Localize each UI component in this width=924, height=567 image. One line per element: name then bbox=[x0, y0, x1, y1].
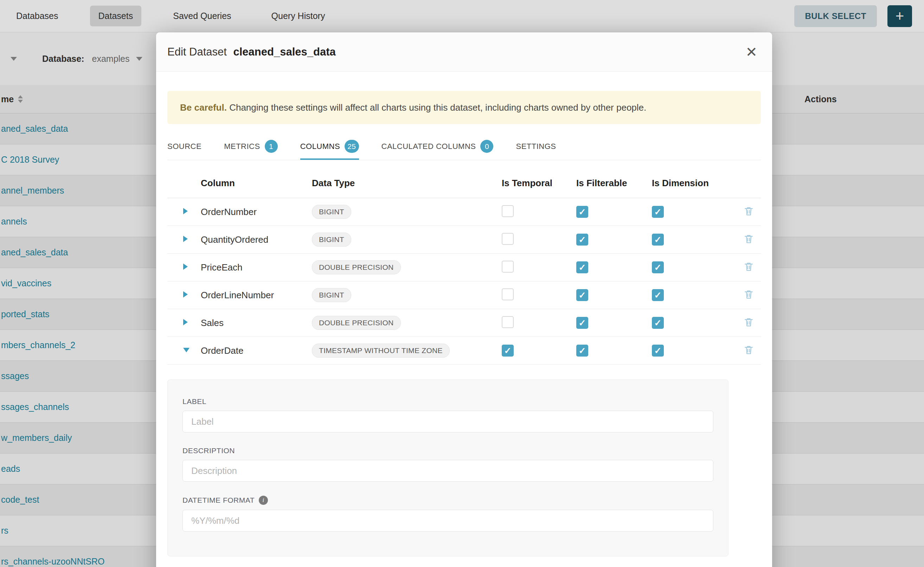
modal-body: Be careful. Changing these settings will… bbox=[156, 72, 772, 556]
columns-table: ColumnData TypeIs TemporalIs FilterableI… bbox=[167, 174, 761, 364]
tab-columns[interactable]: COLUMNS 25 bbox=[300, 132, 359, 160]
column-header-column: Column bbox=[201, 174, 312, 198]
description-field: DESCRIPTION bbox=[182, 447, 713, 482]
delete-column-icon[interactable] bbox=[743, 234, 754, 244]
expand-caret-icon[interactable] bbox=[183, 264, 188, 270]
delete-column-icon[interactable] bbox=[743, 317, 754, 328]
column-name-label: PriceEach bbox=[201, 254, 312, 281]
description-field-label: DESCRIPTION bbox=[182, 447, 713, 455]
modal-tabs: SOURCE METRICS 1 COLUMNS 25 CALCULATED C… bbox=[167, 132, 761, 160]
data-type-pill: BIGINT bbox=[312, 232, 351, 247]
tab-source[interactable]: SOURCE bbox=[167, 132, 202, 160]
column-header-is-dimension: Is Dimension bbox=[652, 174, 737, 198]
column-header-is-temporal: Is Temporal bbox=[502, 174, 576, 198]
columns-table-body: OrderNumber BIGINT QuantityOrdered BIGIN… bbox=[167, 198, 761, 364]
is-dimension-checkbox[interactable] bbox=[652, 317, 664, 329]
delete-column-icon[interactable] bbox=[743, 261, 754, 272]
expand-caret-icon[interactable] bbox=[183, 291, 188, 297]
label-input[interactable] bbox=[182, 411, 713, 432]
data-type-pill: TIMESTAMP WITHOUT TIME ZONE bbox=[312, 344, 450, 358]
column-row: QuantityOrdered BIGINT bbox=[167, 226, 761, 254]
is-dimension-checkbox[interactable] bbox=[652, 234, 664, 246]
is-filterable-checkbox[interactable] bbox=[576, 345, 588, 357]
modal-title: Edit Dataset cleaned_sales_data bbox=[167, 46, 336, 58]
is-temporal-checkbox[interactable] bbox=[502, 288, 514, 300]
modal-title-dataset-name: cleaned_sales_data bbox=[233, 46, 336, 58]
expand-caret-icon[interactable] bbox=[183, 236, 188, 242]
column-name-label: OrderLineNumber bbox=[201, 281, 312, 309]
datetime-format-input[interactable] bbox=[182, 510, 713, 531]
is-temporal-checkbox[interactable] bbox=[502, 345, 514, 357]
is-filterable-checkbox[interactable] bbox=[576, 206, 588, 218]
is-filterable-checkbox[interactable] bbox=[576, 261, 588, 273]
column-header-is-filterable: Is Filterable bbox=[576, 174, 652, 198]
datetime-format-label-text: DATETIME FORMAT bbox=[182, 496, 254, 504]
label-field: LABEL bbox=[182, 398, 713, 432]
column-row: PriceEach DOUBLE PRECISION bbox=[167, 254, 761, 281]
tab-calculated-columns[interactable]: CALCULATED COLUMNS 0 bbox=[381, 132, 494, 160]
column-detail-panel: LABEL DESCRIPTION DATETIME FORMAT i bbox=[167, 380, 728, 556]
delete-column-icon[interactable] bbox=[743, 289, 754, 300]
column-name-label: Sales bbox=[201, 309, 312, 337]
tab-metrics[interactable]: METRICS 1 bbox=[224, 132, 278, 160]
column-name-label: QuantityOrdered bbox=[201, 226, 312, 254]
datetime-format-field-label: DATETIME FORMAT i bbox=[182, 496, 713, 505]
is-temporal-checkbox[interactable] bbox=[502, 261, 514, 273]
data-type-pill: BIGINT bbox=[312, 288, 351, 302]
expand-caret-icon[interactable] bbox=[183, 208, 188, 214]
expand-caret-icon[interactable] bbox=[183, 319, 188, 325]
column-header-data-type: Data Type bbox=[312, 174, 502, 198]
delete-column-icon[interactable] bbox=[743, 345, 754, 356]
modal-title-prefix: Edit Dataset bbox=[167, 46, 227, 58]
tab-count-badge: 0 bbox=[480, 140, 493, 153]
column-name-label: OrderNumber bbox=[201, 198, 312, 226]
label-field-label: LABEL bbox=[182, 398, 713, 406]
edit-dataset-modal: Edit Dataset cleaned_sales_data ✕ Be car… bbox=[156, 32, 772, 567]
is-dimension-checkbox[interactable] bbox=[652, 345, 664, 357]
data-type-pill: BIGINT bbox=[312, 205, 351, 219]
warning-text: Changing these settings will affect all … bbox=[227, 102, 646, 113]
is-filterable-checkbox[interactable] bbox=[576, 289, 588, 301]
column-row: Sales DOUBLE PRECISION bbox=[167, 309, 761, 337]
description-input[interactable] bbox=[182, 460, 713, 482]
data-type-pill: DOUBLE PRECISION bbox=[312, 316, 401, 330]
info-icon[interactable]: i bbox=[259, 496, 268, 505]
column-row: OrderDate TIMESTAMP WITHOUT TIME ZONE bbox=[167, 337, 761, 364]
expand-caret-icon[interactable] bbox=[183, 348, 190, 352]
is-dimension-checkbox[interactable] bbox=[652, 261, 664, 273]
close-icon[interactable]: ✕ bbox=[744, 44, 759, 60]
warning-bold: Be careful. bbox=[180, 102, 227, 113]
column-row: OrderNumber BIGINT bbox=[167, 198, 761, 226]
is-filterable-checkbox[interactable] bbox=[576, 317, 588, 329]
tab-settings[interactable]: SETTINGS bbox=[516, 132, 556, 160]
datetime-format-field: DATETIME FORMAT i bbox=[182, 496, 713, 531]
is-temporal-checkbox[interactable] bbox=[502, 316, 514, 328]
column-name-label: OrderDate bbox=[201, 337, 312, 364]
is-dimension-checkbox[interactable] bbox=[652, 206, 664, 218]
modal-header: Edit Dataset cleaned_sales_data ✕ bbox=[156, 32, 772, 72]
tab-count-badge: 25 bbox=[345, 140, 359, 153]
warning-banner: Be careful. Changing these settings will… bbox=[167, 91, 761, 124]
tab-count-badge: 1 bbox=[265, 140, 278, 153]
is-temporal-checkbox[interactable] bbox=[502, 205, 514, 217]
data-type-pill: DOUBLE PRECISION bbox=[312, 260, 401, 274]
is-filterable-checkbox[interactable] bbox=[576, 234, 588, 246]
column-row: OrderLineNumber BIGINT bbox=[167, 281, 761, 309]
delete-column-icon[interactable] bbox=[743, 206, 754, 217]
is-dimension-checkbox[interactable] bbox=[652, 289, 664, 301]
columns-table-header-row: ColumnData TypeIs TemporalIs FilterableI… bbox=[167, 174, 761, 198]
is-temporal-checkbox[interactable] bbox=[502, 233, 514, 245]
